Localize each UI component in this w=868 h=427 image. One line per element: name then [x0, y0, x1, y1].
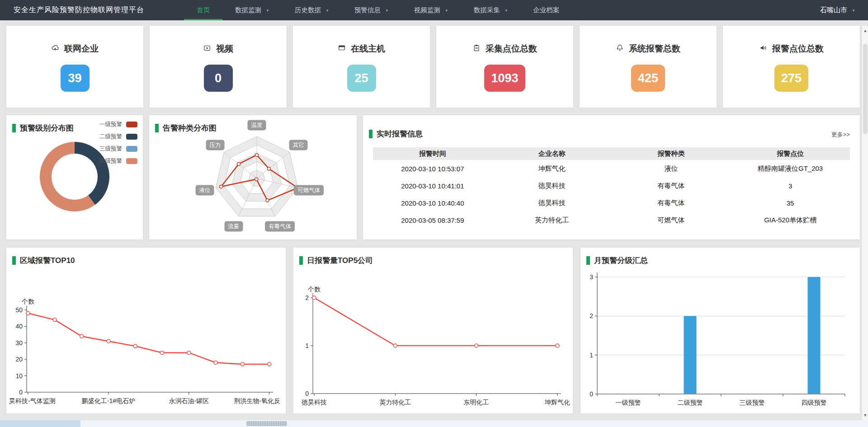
- title-marker: [586, 256, 590, 265]
- table-cell: 2020-03-10 10:41:01: [373, 177, 492, 194]
- monitor-icon: [338, 44, 346, 54]
- daily-top5-chart: 012个数德昊科技英力特化工东明化工坤辉气化: [293, 248, 573, 413]
- chevron-down-icon: ▼: [505, 9, 508, 13]
- middle-row: 预警级别分布图 一级预警二级预警三级预警四级预警 告警种类分布图 温度其它可燃气…: [6, 115, 860, 239]
- nav-item-warning-info[interactable]: 预警信息▼: [342, 0, 401, 20]
- svg-text:50: 50: [15, 306, 23, 314]
- stat-card-value: 25: [347, 65, 376, 92]
- daily-top5-title: 日报警量TOP5公司: [299, 255, 373, 266]
- table-cell: 2020-03-05 08:37:59: [373, 211, 492, 229]
- svg-text:东明化工: 东明化工: [464, 399, 489, 406]
- scroll-down-icon[interactable]: ▼: [862, 413, 868, 418]
- table-cell: 3: [731, 177, 850, 194]
- radar-axis-label: 有毒气体: [265, 221, 295, 232]
- stat-card-collection-points-total: 采集点位总数1093: [436, 26, 573, 108]
- nav-menu: 首页数据监测▼历史数据▼预警信息▼视频监测▼数据采集▼企业档案: [184, 0, 572, 20]
- stat-card-videos: 视频0: [150, 26, 287, 108]
- monthly-summary-title-text: 月预警分级汇总: [594, 255, 648, 266]
- stat-card-header: 系统报警总数: [616, 44, 680, 54]
- table-column-header: 企业名称: [492, 147, 612, 160]
- svg-text:昊科技-气体监测: 昊科技-气体监测: [9, 397, 56, 404]
- nav-item-history-data[interactable]: 历史数据▼: [282, 0, 342, 20]
- nav-item-enterprise-archive[interactable]: 企业档案: [521, 0, 572, 20]
- svg-text:0: 0: [19, 389, 23, 396]
- table-row[interactable]: 2020-03-10 10:41:01德昊科技有毒气体3: [373, 177, 850, 194]
- svg-text:30: 30: [15, 339, 23, 347]
- bell-icon: [616, 44, 624, 54]
- chevron-down-icon: ▼: [445, 9, 448, 13]
- region-top10-card: 区域报警TOP10 01020304050个数昊科技-气体监测鹏盛化工-1#电石…: [6, 248, 286, 413]
- table-cell: 液位: [612, 160, 731, 177]
- svg-text:英力特化工: 英力特化工: [379, 399, 411, 406]
- svg-text:3: 3: [590, 273, 593, 281]
- monthly-summary-title: 月预警分级汇总: [586, 255, 648, 266]
- stat-card-header: 视频: [203, 44, 233, 54]
- stat-card-header: 联网企业: [51, 44, 99, 54]
- svg-text:永润石油-罐区: 永润石油-罐区: [169, 397, 209, 404]
- nav-item-home[interactable]: 首页: [184, 0, 222, 20]
- title-marker: [299, 256, 303, 265]
- alarm-type-title: 告警种类分布图: [155, 123, 217, 133]
- radar-axis-label: 液位: [195, 185, 214, 196]
- table-cell: 精醇南罐液位GT_203: [731, 160, 850, 177]
- svg-text:1: 1: [590, 352, 593, 359]
- region-selector[interactable]: 石嘴山市▼: [820, 6, 855, 14]
- table-row[interactable]: 2020-03-10 10:53:07坤辉气化液位精醇南罐液位GT_203: [373, 160, 850, 177]
- nav-item-data-collection[interactable]: 数据采集▼: [461, 0, 521, 20]
- nav-item-label: 预警信息: [354, 6, 381, 14]
- nav-item-video-monitoring[interactable]: 视频监测▼: [401, 0, 461, 20]
- stat-card-online-hosts: 在线主机25: [293, 26, 430, 108]
- stat-card-label: 联网企业: [64, 43, 99, 55]
- more-link[interactable]: 更多>>: [831, 131, 850, 139]
- scroll-up-icon[interactable]: ▲: [862, 28, 868, 33]
- stat-card-label: 视频: [216, 43, 233, 55]
- daily-top5-title-text: 日报警量TOP5公司: [307, 255, 373, 266]
- stat-card-value: 275: [774, 65, 808, 92]
- horizontal-scroll-left-segment: [0, 420, 80, 427]
- horizontal-scrollbar[interactable]: [0, 420, 868, 427]
- table-row[interactable]: 2020-03-10 10:40:40德昊科技有毒气体35: [373, 194, 850, 211]
- vertical-scrollbar[interactable]: ▲ ▼: [862, 26, 868, 420]
- warning-level-card: 预警级别分布图 一级预警二级预警三级预警四级预警: [6, 115, 143, 239]
- svg-text:坤辉气化: 坤辉气化: [544, 399, 570, 406]
- svg-text:0: 0: [305, 390, 309, 397]
- radar-axis-label: 可燃气体: [294, 185, 324, 196]
- svg-text:荆洪生物-氧化反: 荆洪生物-氧化反: [234, 397, 280, 404]
- video-icon: [203, 44, 211, 54]
- stat-card-alarm-points-total: 报警点位总数275: [723, 26, 860, 108]
- svg-text:四级预警: 四级预警: [802, 399, 827, 406]
- chevron-down-icon: ▼: [326, 9, 329, 13]
- table-cell: 德昊科技: [492, 177, 612, 194]
- realtime-alarm-title-text: 实时报警信息: [377, 129, 423, 139]
- stat-card-label: 系统报警总数: [629, 43, 680, 55]
- stat-card-value: 425: [631, 65, 665, 92]
- nav-item-data-monitoring[interactable]: 数据监测▼: [222, 0, 282, 20]
- vertical-scroll-thumb[interactable]: [863, 44, 868, 134]
- stat-card-value: 0: [204, 65, 233, 92]
- table-row[interactable]: 2020-03-05 08:37:59英力特化工可燃气体GIA-520单体贮槽: [373, 211, 850, 229]
- bottom-row: 区域报警TOP10 01020304050个数昊科技-气体监测鹏盛化工-1#电石…: [6, 248, 860, 413]
- table-cell: 有毒气体: [612, 177, 731, 194]
- table-cell: 德昊科技: [492, 194, 612, 211]
- chevron-down-icon: ▼: [266, 9, 269, 13]
- alarm-type-title-text: 告警种类分布图: [163, 123, 217, 133]
- svg-text:三级预警: 三级预警: [740, 399, 765, 406]
- svg-text:2: 2: [590, 312, 593, 319]
- alarm-table: 报警时间企业名称报警种类报警点位 2020-03-10 10:53:07坤辉气化…: [373, 147, 850, 229]
- table-cell: 可燃气体: [612, 211, 731, 229]
- svg-text:鹏盛化工-1#电石炉: 鹏盛化工-1#电石炉: [82, 397, 135, 404]
- svg-text:个数: 个数: [307, 286, 321, 293]
- region-label: 石嘴山市: [820, 6, 847, 14]
- chevron-down-icon: ▼: [385, 9, 389, 13]
- nav-item-label: 数据采集: [474, 6, 500, 14]
- stat-card-header: 在线主机: [338, 44, 385, 54]
- donut-legend: 一级预警二级预警三级预警四级预警: [99, 121, 137, 169]
- table-cell: 英力特化工: [492, 211, 612, 229]
- nav-item-label: 历史数据: [295, 6, 321, 14]
- stat-card-value: 1093: [484, 65, 525, 92]
- table-cell: 35: [731, 194, 850, 211]
- monthly-summary-chart: 0123一级预警二级预警三级预警四级预警: [580, 248, 862, 413]
- stat-card-label: 采集点位总数: [486, 43, 537, 55]
- table-cell: 2020-03-10 10:40:40: [373, 194, 492, 211]
- horizontal-scroll-thumb[interactable]: [246, 421, 287, 426]
